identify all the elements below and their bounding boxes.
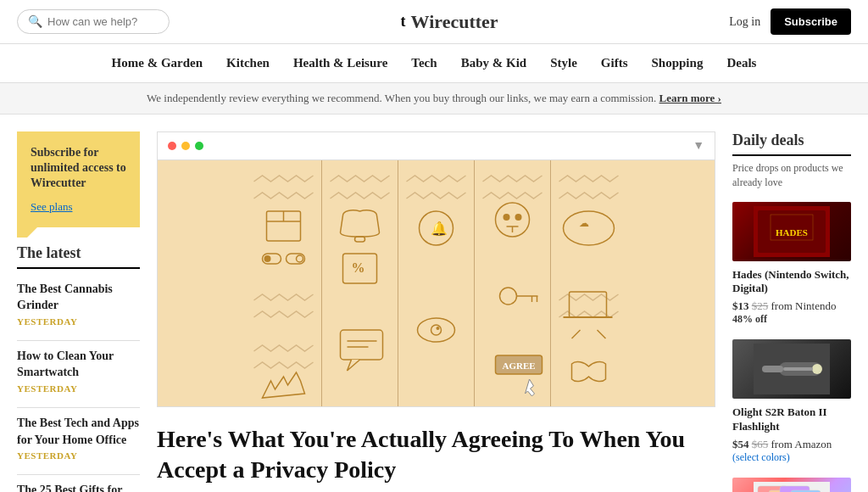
deal-image-cards (732, 478, 851, 492)
list-item: How to Clean Your Smartwatch Yesterday (17, 348, 140, 394)
list-item: The Best Cannabis Grinder Yesterday (17, 281, 140, 327)
close-dot[interactable] (168, 142, 176, 150)
deal-discount: 48% off (732, 313, 851, 326)
latest-item-title[interactable]: How to Clean Your Smartwatch (17, 348, 140, 381)
svg-point-50 (812, 364, 822, 374)
nav-item-style[interactable]: Style (550, 56, 577, 70)
article-title: Here's What You're Actually Agreeing To … (157, 424, 715, 486)
latest-item-title[interactable]: The 25 Best Gifts for Your Mother-in-Law (17, 482, 140, 492)
site-header: 🔍 t Wirecutter Log in Subscribe (0, 0, 868, 44)
deal-item: HADES Hades (Nintendo Switch, Digital) $… (732, 202, 851, 327)
see-plans-link[interactable]: See plans (31, 200, 126, 214)
maximize-dot[interactable] (195, 142, 203, 150)
site-logo: t Wirecutter (401, 11, 498, 33)
deal-price: $13 $25 from Nintendo (732, 299, 851, 313)
svg-text:☁: ☁ (579, 217, 589, 229)
nyt-icon: t (401, 13, 406, 31)
daily-deals-subtitle: Price drops on products we already love (732, 161, 851, 190)
banner-text: We independently review everything we re… (147, 92, 656, 104)
svg-point-9 (264, 255, 271, 262)
deal-original-price: $25 (752, 299, 769, 312)
deal-current-price: $54 (732, 438, 749, 450)
svg-text:🔔: 🔔 (431, 221, 448, 237)
login-button[interactable]: Log in (729, 15, 760, 29)
latest-item-date: Yesterday (17, 450, 140, 461)
latest-item-title[interactable]: The Best Tech and Apps for Your Home Off… (17, 415, 140, 448)
daily-deals-title: Daily deals (732, 131, 851, 156)
deal-image-flashlight (732, 339, 851, 399)
nav-item-kitchen[interactable]: Kitchen (226, 56, 270, 70)
window-controls (168, 142, 203, 150)
deal-source: from Nintendo (771, 299, 837, 312)
deal-colors[interactable]: (select colors) (732, 451, 851, 464)
deal-item (732, 478, 851, 492)
latest-title: The latest (17, 244, 140, 269)
main-nav: Home & Garden Kitchen Health & Leisure T… (0, 44, 868, 83)
list-item: The Best Tech and Apps for Your Home Off… (17, 415, 140, 461)
article-illustration: % 🔔 (158, 160, 715, 406)
nav-item-deals[interactable]: Deals (726, 56, 756, 70)
search-bar[interactable]: 🔍 (17, 9, 170, 34)
latest-section: The latest The Best Cannabis Grinder Yes… (17, 244, 140, 492)
svg-rect-51 (783, 367, 813, 371)
latest-item-date: Yesterday (17, 383, 140, 394)
svg-text:%: % (352, 260, 365, 275)
svg-rect-37 (576, 228, 602, 241)
svg-point-26 (515, 214, 522, 221)
svg-point-25 (504, 214, 510, 221)
image-toolbar: ▼ (158, 132, 715, 160)
affiliate-banner: We independently review everything we re… (0, 83, 868, 115)
header-actions: Log in Subscribe (729, 8, 851, 35)
center-content: ▼ (157, 131, 715, 492)
learn-more-link[interactable]: Learn more › (659, 92, 721, 104)
article-image-container: ▼ (157, 131, 715, 407)
main-content: Subscribe for unlimited access to Wirecu… (0, 115, 868, 492)
deal-image-hades: HADES (732, 202, 851, 261)
svg-text:HADES: HADES (776, 227, 808, 238)
nav-item-health-leisure[interactable]: Health & Leisure (293, 56, 387, 70)
minimize-dot[interactable] (181, 142, 190, 150)
deal-item: Olight S2R Baton II Flashlight $54 $65 f… (732, 339, 851, 464)
deal-price: $54 $65 from Amazon (732, 438, 851, 451)
sidebar-left: Subscribe for unlimited access to Wirecu… (17, 131, 140, 492)
dropdown-arrow-icon[interactable]: ▼ (693, 139, 704, 153)
svg-rect-49 (762, 366, 783, 372)
nav-item-gifts[interactable]: Gifts (601, 56, 628, 70)
deal-title[interactable]: Olight S2R Baton II Flashlight (732, 405, 851, 434)
nav-item-home-garden[interactable]: Home & Garden (112, 56, 203, 70)
illustration-svg: % 🔔 (158, 160, 715, 406)
promo-heading: Subscribe for unlimited access to Wirecu… (31, 145, 126, 192)
logo-name: Wirecutter (411, 11, 498, 33)
sidebar-right: Daily deals Price drops on products we a… (732, 131, 851, 492)
list-item: The 25 Best Gifts for Your Mother-in-Law… (17, 482, 140, 492)
flashlight-image (754, 344, 830, 394)
deal-title[interactable]: Hades (Nintendo Switch, Digital) (732, 268, 851, 297)
cards-image (754, 482, 830, 492)
latest-item-title[interactable]: The Best Cannabis Grinder (17, 281, 140, 314)
deal-original-price: $65 (752, 438, 769, 450)
nav-item-baby-kid[interactable]: Baby & Kid (461, 56, 527, 70)
latest-item-date: Yesterday (17, 316, 140, 327)
subscribe-button[interactable]: Subscribe (771, 8, 851, 35)
search-icon: 🔍 (28, 14, 42, 29)
svg-point-23 (437, 327, 440, 330)
promo-box: Subscribe for unlimited access to Wirecu… (17, 131, 140, 227)
article-content: Here's What You're Actually Agreeing To … (157, 407, 715, 492)
nav-item-tech[interactable]: Tech (411, 56, 437, 70)
divider (17, 340, 140, 341)
divider (17, 407, 140, 408)
svg-text:AGREE: AGREE (503, 361, 536, 371)
search-input[interactable] (47, 15, 166, 28)
deal-current-price: $13 (732, 299, 749, 312)
nav-item-shopping[interactable]: Shopping (652, 56, 704, 70)
hades-image: HADES (754, 206, 830, 257)
deal-source: from Amazon (771, 438, 832, 450)
divider (17, 474, 140, 475)
